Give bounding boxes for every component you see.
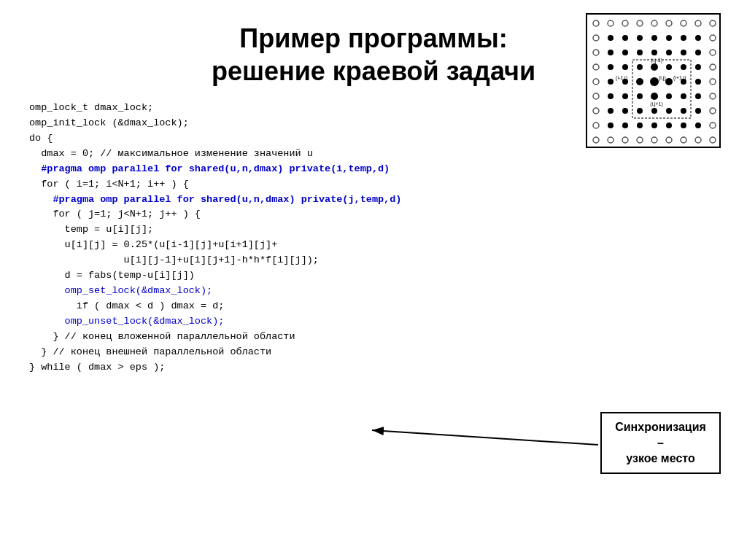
annotation-box: Синхронизация – узкое место [600,412,721,474]
code-line-8: for ( j=1; j<N+1; j++ ) { [29,207,718,222]
svg-point-21 [637,50,643,55]
code-line-13: omp_set_lock(&dmax_lock); [29,284,718,299]
svg-point-9 [593,35,599,41]
code-block: omp_lock_t dmax_lock; omp_init_lock (&dm… [29,101,718,376]
code-line-16: } // конец вложенной параллельной област… [29,330,718,345]
svg-point-18 [593,50,599,55]
svg-point-25 [695,50,701,55]
code-line-6: for ( i=1; i<N+1; i++ ) { [29,177,718,192]
code-line-4: dmax = 0; // максимальное изменение знач… [29,147,718,162]
svg-point-22 [651,50,657,55]
svg-point-15 [681,35,686,41]
code-line-10: u[i][j] = 0.25*(u[i-1][j]+u[i+1][j]+ [29,238,718,253]
svg-point-23 [666,50,672,55]
svg-text:(i,j): (i,j) [659,75,666,81]
svg-point-50 [666,93,672,99]
svg-text:(i+1,j): (i+1,j) [673,75,686,81]
svg-point-20 [622,50,628,55]
code-line-3: do { [29,131,718,147]
svg-point-41 [665,78,673,85]
svg-point-1 [608,20,614,26]
svg-point-34 [695,64,701,70]
svg-point-11 [622,35,628,41]
svg-point-52 [695,93,701,99]
code-line-9: temp = u[i][j]; [29,222,718,238]
code-line-15: omp_unset_lock(&dmax_lock); [29,314,718,330]
svg-point-27 [593,64,599,70]
svg-point-26 [710,50,716,55]
svg-point-46 [608,93,614,99]
svg-point-32 [666,64,672,70]
annotation-text-line1: Синхронизация – [615,421,706,449]
code-line-18: } while ( dmax > eps ); [29,360,718,376]
code-line-12: d = fabs(temp-u[i][j]) [29,268,718,284]
code-line-5: #pragma omp parallel for shared(u,n,dmax… [29,162,718,177]
code-line-2: omp_init_lock (&dmax_lock); [29,116,718,131]
svg-point-19 [608,50,614,55]
svg-point-53 [710,93,716,99]
svg-point-35 [710,64,716,70]
svg-point-48 [637,93,643,99]
svg-point-8 [710,20,716,26]
svg-point-16 [695,35,701,41]
svg-point-2 [622,20,628,26]
svg-point-10 [608,35,614,41]
svg-point-33 [681,64,686,70]
svg-point-28 [608,64,614,70]
svg-point-0 [593,20,599,26]
svg-point-6 [681,20,686,26]
code-line-1: omp_lock_t dmax_lock; [29,101,718,116]
code-line-11: u[i][j-1]+u[i][j+1]-h*h*f[i][j]); [29,253,718,268]
code-line-17: } // конец внешней параллельной области [29,345,718,360]
svg-point-39 [636,78,643,85]
annotation-text-line2: узкое место [626,452,694,464]
svg-point-45 [593,93,599,99]
svg-point-5 [666,20,672,26]
svg-point-24 [681,50,686,55]
svg-line-87 [372,430,598,445]
svg-point-51 [681,93,686,99]
code-line-14: if ( dmax < d ) dmax = d; [29,299,718,314]
svg-point-29 [622,64,628,70]
svg-point-13 [651,35,657,41]
svg-point-49 [651,93,658,100]
svg-point-43 [695,79,701,85]
svg-point-30 [637,64,643,70]
svg-point-31 [651,63,658,71]
svg-point-17 [710,35,716,41]
svg-text:(i,j-1): (i,j-1) [651,58,662,63]
svg-point-44 [710,79,716,85]
svg-point-40 [650,77,659,86]
svg-point-36 [593,79,599,85]
svg-point-7 [695,20,701,26]
svg-text:(i-1,j): (i-1,j) [616,75,627,81]
svg-point-3 [637,20,643,26]
svg-point-12 [637,35,643,41]
code-line-7: #pragma omp parallel for shared(u,n,dmax… [29,192,718,208]
slide: Пример программы: решение краевой задачи… [0,0,747,560]
svg-point-4 [651,20,657,26]
svg-point-47 [622,93,628,99]
svg-point-14 [666,35,672,41]
svg-point-37 [608,79,614,85]
